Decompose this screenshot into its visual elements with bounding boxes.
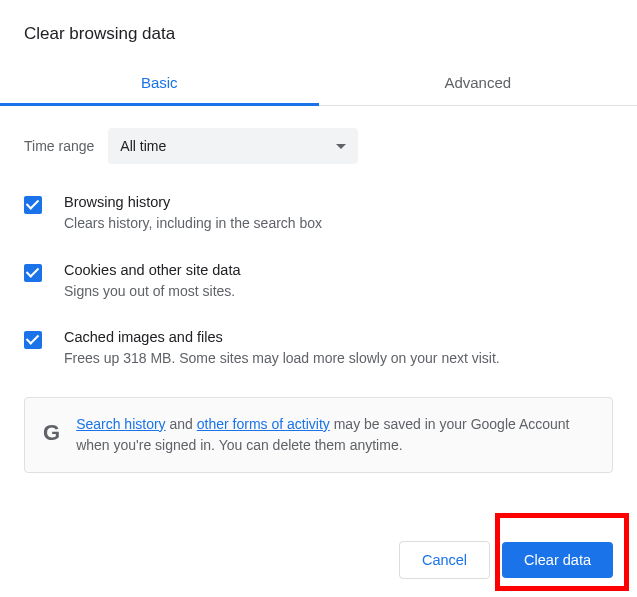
clear-browsing-data-dialog: Clear browsing data Basic Advanced Time …	[0, 0, 637, 473]
time-range-select[interactable]: All time	[108, 128, 358, 164]
checkbox-cookies[interactable]	[24, 264, 42, 282]
time-range-row: Time range All time	[24, 128, 613, 164]
checkbox-cache[interactable]	[24, 331, 42, 349]
option-subtitle: Signs you out of most sites.	[64, 282, 241, 302]
tab-basic[interactable]: Basic	[0, 62, 319, 105]
cancel-button[interactable]: Cancel	[399, 541, 490, 579]
time-range-label: Time range	[24, 138, 94, 154]
notice-text: Search history and other forms of activi…	[76, 414, 594, 456]
option-title: Browsing history	[64, 194, 322, 210]
option-subtitle: Frees up 318 MB. Some sites may load mor…	[64, 349, 500, 369]
checkbox-browsing-history[interactable]	[24, 196, 42, 214]
chevron-down-icon	[336, 144, 346, 149]
google-account-notice: G Search history and other forms of acti…	[24, 397, 613, 473]
search-history-link[interactable]: Search history	[76, 416, 165, 432]
option-subtitle: Clears history, including in the search …	[64, 214, 322, 234]
option-browsing-history: Browsing history Clears history, includi…	[24, 194, 613, 234]
dialog-content: Time range All time Browsing history Cle…	[0, 106, 637, 473]
dialog-footer: Cancel Clear data	[399, 541, 613, 579]
google-g-icon: G	[43, 416, 60, 449]
time-range-value: All time	[120, 138, 166, 154]
tabs: Basic Advanced	[0, 62, 637, 106]
option-cache: Cached images and files Frees up 318 MB.…	[24, 329, 613, 369]
option-cookies: Cookies and other site data Signs you ou…	[24, 262, 613, 302]
tab-advanced[interactable]: Advanced	[319, 62, 638, 105]
option-title: Cached images and files	[64, 329, 500, 345]
option-title: Cookies and other site data	[64, 262, 241, 278]
dialog-title: Clear browsing data	[0, 0, 637, 62]
other-activity-link[interactable]: other forms of activity	[197, 416, 330, 432]
clear-data-button[interactable]: Clear data	[502, 542, 613, 578]
